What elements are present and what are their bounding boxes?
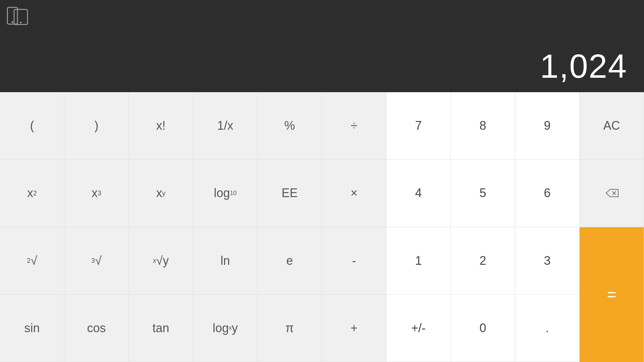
four-button[interactable]: 4 xyxy=(386,160,451,227)
multiply-button[interactable]: × xyxy=(322,160,386,227)
seven-button[interactable]: 7 xyxy=(386,92,451,160)
negate-button[interactable]: +/- xyxy=(386,295,451,362)
power-button[interactable]: xy xyxy=(129,160,193,227)
six-button[interactable]: 6 xyxy=(515,160,580,227)
euler-button[interactable]: e xyxy=(258,227,322,295)
svg-point-3 xyxy=(20,22,22,23)
divide-button[interactable]: ÷ xyxy=(322,92,386,160)
reciprocal-button[interactable]: 1/x xyxy=(193,92,258,160)
five-button[interactable]: 5 xyxy=(451,160,515,227)
square-button[interactable]: x2 xyxy=(0,160,64,227)
percent-button[interactable]: % xyxy=(258,92,322,160)
two-button[interactable]: 2 xyxy=(451,227,515,295)
decimal-button[interactable]: . xyxy=(515,295,580,362)
equals-button[interactable]: = xyxy=(580,227,644,362)
log10-button[interactable]: log10 xyxy=(193,160,258,227)
add-button[interactable]: + xyxy=(322,295,386,362)
ee-button[interactable]: EE xyxy=(258,160,322,227)
backspace-button[interactable] xyxy=(580,160,644,227)
cos-button[interactable]: cos xyxy=(64,295,129,362)
subtract-button[interactable]: - xyxy=(322,227,386,295)
display-value: 1,024 xyxy=(540,47,634,85)
clear-button[interactable]: AC xyxy=(580,92,644,160)
sin-button[interactable]: sin xyxy=(0,295,64,362)
xrooty-button[interactable]: x√y xyxy=(129,227,193,295)
cbrt-button[interactable]: 3√ xyxy=(64,227,129,295)
svg-point-1 xyxy=(12,21,13,23)
close-paren-button[interactable]: ) xyxy=(64,92,129,160)
pi-button[interactable]: π xyxy=(258,295,322,362)
display-area: 1,024 xyxy=(0,0,644,92)
logxy-button[interactable]: logxy xyxy=(193,295,258,362)
keypad: ( ) x! 1/x % ÷ 7 8 9 AC x2 x3 xy log10 E… xyxy=(0,92,644,362)
sqrt-button[interactable]: 2√ xyxy=(0,227,64,295)
ln-button[interactable]: ln xyxy=(193,227,258,295)
tan-button[interactable]: tan xyxy=(129,295,193,362)
cube-button[interactable]: x3 xyxy=(64,160,129,227)
open-paren-button[interactable]: ( xyxy=(0,92,64,160)
one-button[interactable]: 1 xyxy=(386,227,451,295)
zero-button[interactable]: 0 xyxy=(451,295,515,362)
three-button[interactable]: 3 xyxy=(515,227,580,295)
nine-button[interactable]: 9 xyxy=(515,92,580,160)
device-icon xyxy=(7,7,29,25)
eight-button[interactable]: 8 xyxy=(451,92,515,160)
factorial-button[interactable]: x! xyxy=(129,92,193,160)
